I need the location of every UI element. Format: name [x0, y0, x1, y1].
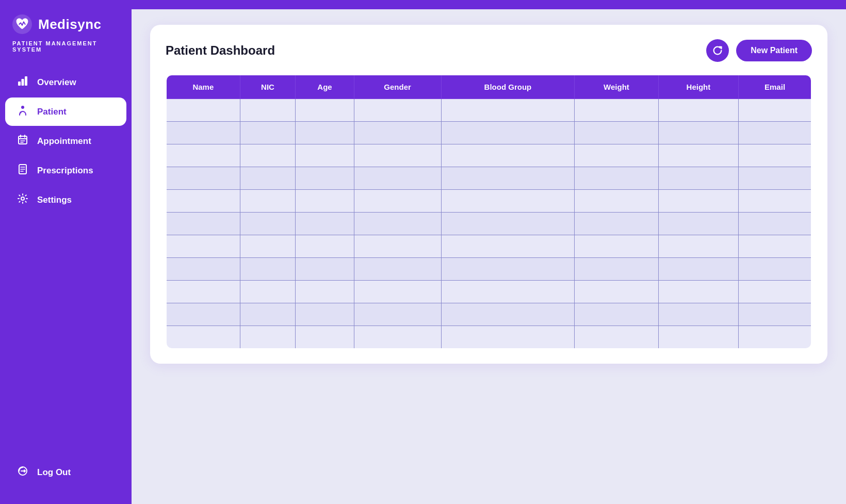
sidebar-item-appointment[interactable]: Appointment: [5, 127, 126, 155]
sidebar-item-overview[interactable]: Overview: [5, 68, 126, 96]
table-cell: [240, 144, 296, 167]
prescriptions-icon: [15, 164, 30, 177]
table-col-header: Name: [166, 75, 240, 99]
logo-area: Medisync: [0, 0, 132, 40]
table-cell: [354, 213, 441, 235]
table-cell: [296, 281, 354, 303]
table-cell: [166, 144, 240, 167]
table-cell: [441, 281, 575, 303]
table-cell: [354, 144, 441, 167]
table-cell: [575, 122, 658, 144]
sidebar: Medisync Patient Management System Overv…: [0, 0, 132, 504]
table-cell: [658, 167, 738, 190]
table-cell: [658, 303, 738, 326]
table-cell: [441, 190, 575, 213]
table-cell: [739, 235, 811, 258]
sidebar-patient-label: Patient: [37, 107, 67, 117]
refresh-button[interactable]: [706, 39, 729, 62]
table-col-header: Age: [296, 75, 354, 99]
table-col-header: Gender: [354, 75, 441, 99]
overview-icon: [15, 75, 30, 89]
table-row: [166, 235, 811, 258]
table-cell: [739, 281, 811, 303]
table-cell: [739, 303, 811, 326]
table-cell: [296, 190, 354, 213]
table-cell: [658, 122, 738, 144]
table-cell: [739, 122, 811, 144]
svg-rect-2: [22, 79, 24, 86]
patient-table: NameNICAgeGenderBlood GroupWeightHeightE…: [166, 74, 812, 349]
table-row: [166, 144, 811, 167]
table-cell: [575, 213, 658, 235]
table-cell: [354, 326, 441, 349]
sidebar-prescriptions-label: Prescriptions: [37, 166, 93, 176]
table-cell: [166, 303, 240, 326]
table-cell: [441, 167, 575, 190]
table-cell: [354, 281, 441, 303]
svg-rect-1: [18, 82, 21, 86]
table-cell: [575, 99, 658, 122]
table-cell: [575, 167, 658, 190]
table-cell: [240, 99, 296, 122]
table-cell: [296, 99, 354, 122]
new-patient-button[interactable]: New Patient: [736, 40, 812, 61]
table-cell: [354, 122, 441, 144]
table-header: NameNICAgeGenderBlood GroupWeightHeightE…: [166, 75, 811, 99]
table-cell: [296, 167, 354, 190]
table-cell: [240, 190, 296, 213]
app-name: Medisync: [38, 17, 102, 32]
logout-label: Log Out: [37, 467, 71, 478]
page-title: Patient Dashboard: [166, 43, 275, 58]
table-header-row: NameNICAgeGenderBlood GroupWeightHeightE…: [166, 75, 811, 99]
sidebar-overview-label: Overview: [37, 77, 76, 88]
table-col-header: Weight: [575, 75, 658, 99]
logout-icon: [15, 465, 30, 479]
table-cell: [739, 99, 811, 122]
table-cell: [296, 144, 354, 167]
table-row: [166, 190, 811, 213]
table-cell: [166, 122, 240, 144]
table-row: [166, 213, 811, 235]
table-cell: [658, 213, 738, 235]
table-cell: [739, 258, 811, 281]
table-cell: [575, 235, 658, 258]
settings-icon: [15, 193, 30, 207]
table-cell: [575, 144, 658, 167]
table-cell: [441, 235, 575, 258]
table-cell: [441, 99, 575, 122]
table-cell: [240, 122, 296, 144]
table-cell: [240, 281, 296, 303]
table-cell: [166, 281, 240, 303]
svg-rect-3: [25, 76, 27, 86]
table-cell: [354, 167, 441, 190]
sidebar-item-logout[interactable]: Log Out: [5, 458, 126, 486]
sidebar-item-patient[interactable]: Patient: [5, 97, 126, 126]
table-cell: [354, 99, 441, 122]
table-cell: [441, 258, 575, 281]
table-cell: [296, 213, 354, 235]
table-cell: [575, 190, 658, 213]
table-cell: [166, 235, 240, 258]
table-row: [166, 281, 811, 303]
sidebar-item-settings[interactable]: Settings: [5, 186, 126, 214]
table-cell: [658, 144, 738, 167]
table-cell: [658, 326, 738, 349]
refresh-icon: [712, 45, 723, 56]
app-subtitle: Patient Management System: [0, 40, 132, 67]
table-cell: [166, 167, 240, 190]
table-cell: [240, 326, 296, 349]
table-cell: [166, 213, 240, 235]
table-cell: [354, 303, 441, 326]
table-cell: [739, 190, 811, 213]
table-col-header: NIC: [240, 75, 296, 99]
table-cell: [441, 213, 575, 235]
table-cell: [166, 258, 240, 281]
sidebar-appointment-label: Appointment: [37, 136, 91, 147]
table-row: [166, 303, 811, 326]
dashboard-card: Patient Dashboard New Patient NameNI: [150, 25, 827, 364]
svg-point-8: [21, 197, 24, 200]
sidebar-item-prescriptions[interactable]: Prescriptions: [5, 156, 126, 185]
table-cell: [575, 326, 658, 349]
table-cell: [739, 213, 811, 235]
table-row: [166, 167, 811, 190]
